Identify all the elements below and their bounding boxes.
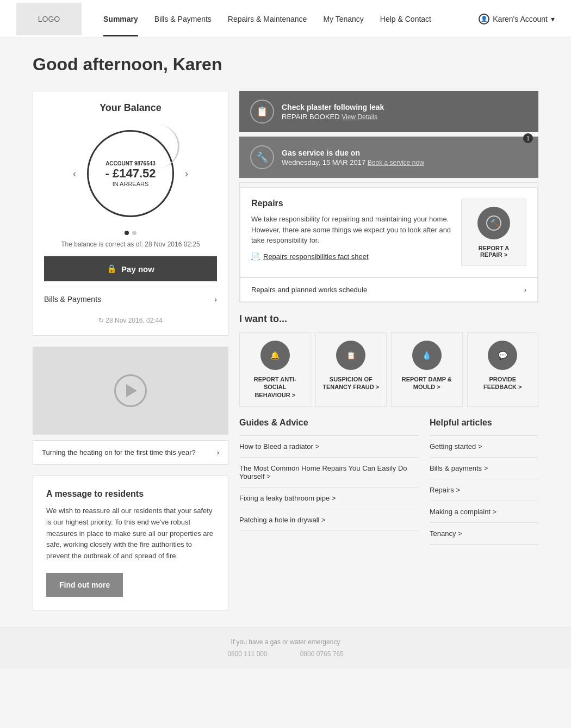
repair-status-title-2: Gas service is due on <box>282 149 424 157</box>
right-column: 📋 Check plaster following leak REPAIR BO… <box>239 91 538 610</box>
footer-numbers: 0800 111 000 0800 0765 765 <box>16 650 555 658</box>
dot-2 <box>132 231 136 235</box>
pay-now-button[interactable]: 🔒 Pay now <box>44 256 217 281</box>
balance-amount: - £147.52 <box>105 166 156 181</box>
i-want-feedback[interactable]: 💬 PROVIDE FEEDBACK > <box>467 332 539 407</box>
guides-col: Guides & Advice How to Bleed a radiator … <box>239 418 419 545</box>
repair-status-text-2: Gas service is due on Wednesday, 15 MAR … <box>282 149 424 166</box>
feedback-label: PROVIDE FEEDBACK > <box>473 375 533 391</box>
damp-mould-icon: 💧 <box>412 341 442 370</box>
dot-1 <box>125 231 129 235</box>
refresh-info: ↻ 28 Nov 2016, 02:44 <box>44 317 217 324</box>
repair-book-link[interactable]: Book a service now <box>368 159 424 166</box>
tenancy-fraud-icon: 📋 <box>336 341 365 370</box>
i-want-title: I want to... <box>239 313 538 325</box>
pay-label: Pay now <box>121 264 154 274</box>
balance-circle-area: ‹ ACCOUNT 9876543 - £147.52 IN ARREARS › <box>44 125 217 223</box>
guide-link-4[interactable]: Patching a hole in drywall > <box>239 509 419 531</box>
repairs-schedule-text: Repairs and planned works schedule <box>251 286 367 294</box>
i-want-tenancy-fraud[interactable]: 📋 SUSPICION OF TENANCY FRAUD > <box>315 332 387 407</box>
arrears-label: IN ARREARS <box>113 181 149 187</box>
tenancy-fraud-label: SUSPICION OF TENANCY FRAUD > <box>321 375 381 391</box>
guide-link-2[interactable]: The Most Common Home Repairs You Can Eas… <box>239 458 419 488</box>
helpful-title: Helpful articles <box>430 418 538 428</box>
left-column: Your Balance ‹ ACCOUNT 9876543 - £147.52… <box>33 91 228 610</box>
account-label: Karen's Account <box>493 15 548 23</box>
i-want-grid: 🔔 REPORT ANTI-SOCIAL BEHAVIOUR > 📋 SUSPI… <box>239 332 538 407</box>
document-icon: 📄 <box>251 252 260 261</box>
repairs-badge: 1 <box>523 133 533 143</box>
helpful-link-2[interactable]: Bills & payments > <box>430 458 538 479</box>
balance-prev-button[interactable]: ‹ <box>73 168 76 180</box>
nav-tenancy[interactable]: My Tenancy <box>323 2 363 36</box>
nav-bills[interactable]: Bills & Payments <box>154 2 212 36</box>
video-area[interactable] <box>33 347 228 434</box>
anti-social-icon: 🔔 <box>260 341 290 370</box>
repair-view-details-link[interactable]: View Details <box>342 113 377 121</box>
message-card: A message to residents We wish to reassu… <box>33 476 228 610</box>
repair-status-subtitle-2: Wednesday, 15 MAR 2017 <box>282 158 365 166</box>
message-text: We wish to reassure all our residents th… <box>46 505 215 562</box>
bills-link-text: Bills & Payments <box>44 295 101 304</box>
balance-card: Your Balance ‹ ACCOUNT 9876543 - £147.52… <box>33 91 228 336</box>
repairs-fact-link-text: Repairs responsibilities fact sheet <box>263 252 369 261</box>
report-repair-box[interactable]: 🔨 REPORT A REPAIR > <box>461 199 526 266</box>
footer-number-2: 0800 0765 765 <box>300 650 344 658</box>
repair-status-text-1: Check plaster following leak REPAIR BOOK… <box>282 103 384 121</box>
chevron-right-icon-2: › <box>217 448 219 456</box>
footer: If you have a gas or water emergency 080… <box>0 627 571 669</box>
report-repair-label: REPORT A REPAIR > <box>469 245 518 258</box>
guide-link-3[interactable]: Fixing a leaky bathroom pipe > <box>239 488 419 509</box>
account-menu[interactable]: 👤 Karen's Account ▾ <box>479 14 555 24</box>
helpful-link-3[interactable]: Repairs > <box>430 479 538 501</box>
repair-status-icon-2: 🔧 <box>250 145 274 169</box>
play-triangle-icon <box>126 384 137 397</box>
refresh-icon: ↻ <box>98 317 104 324</box>
account-icon: 👤 <box>479 14 489 24</box>
helpful-link-1[interactable]: Getting started > <box>430 435 538 458</box>
balance-circle: ACCOUNT 9876543 - £147.52 IN ARREARS <box>82 125 179 223</box>
guides-section: Guides & Advice How to Bleed a radiator … <box>239 418 538 545</box>
guide-link-1[interactable]: How to Bleed a radiator > <box>239 435 419 458</box>
repairs-text: Repairs We take responsibility for repai… <box>251 199 452 266</box>
bills-payments-link[interactable]: Bills & Payments › <box>44 287 217 311</box>
helpful-link-4[interactable]: Making a complaint > <box>430 501 538 523</box>
repairs-desc: We take responsibility for repairing and… <box>251 214 452 246</box>
chevron-down-icon: ▾ <box>551 15 555 23</box>
video-card <box>33 347 228 435</box>
i-want-anti-social[interactable]: 🔔 REPORT ANTI-SOCIAL BEHAVIOUR > <box>239 332 311 407</box>
nav-summary[interactable]: Summary <box>103 2 138 36</box>
helpful-link-5[interactable]: Tenancy > <box>430 523 538 545</box>
nav: Summary Bills & Payments Repairs & Maint… <box>103 2 479 36</box>
svg-text:🔨: 🔨 <box>490 219 500 228</box>
two-col-layout: Your Balance ‹ ACCOUNT 9876543 - £147.52… <box>33 91 538 610</box>
repairs-status-booked: 📋 Check plaster following leak REPAIR BO… <box>239 91 538 132</box>
heating-link-text: Turning the heating on for the first tim… <box>42 448 196 456</box>
feedback-icon: 💬 <box>488 341 517 370</box>
repairs-fact-link[interactable]: 📄 Repairs responsibilities fact sheet <box>251 252 452 261</box>
repairs-schedule-link[interactable]: Repairs and planned works schedule › <box>240 277 538 302</box>
repair-status-title-1: Check plaster following leak <box>282 103 384 112</box>
nav-repairs[interactable]: Repairs & Maintenance <box>228 2 307 36</box>
balance-dots <box>44 231 217 235</box>
play-button[interactable] <box>114 374 147 407</box>
chevron-right-icon-3: › <box>524 286 526 294</box>
lock-icon: 🔒 <box>107 264 117 274</box>
repairs-status-gas: 1 🔧 Gas service is due on Wednesday, 15 … <box>239 137 538 178</box>
logo: LOGO <box>16 3 82 35</box>
helpful-col: Helpful articles Getting started > Bills… <box>430 418 538 545</box>
i-want-damp-mould[interactable]: 💧 REPORT DAMP & MOULD > <box>391 332 463 407</box>
greeting: Good afternoon, Karen <box>33 54 538 75</box>
footer-emergency: If you have a gas or water emergency <box>16 638 555 646</box>
repairs-wrapper: Repairs We take responsibility for repai… <box>239 182 538 303</box>
damp-mould-label: REPORT DAMP & MOULD > <box>397 375 457 391</box>
balance-title: Your Balance <box>44 102 217 114</box>
balance-next-button[interactable]: › <box>185 168 188 180</box>
repair-status-badge-text: REPAIR BOOKED <box>282 113 340 121</box>
refresh-date: 28 Nov 2016, 02:44 <box>105 317 163 324</box>
nav-help[interactable]: Help & Contact <box>380 2 431 36</box>
arc-indicator <box>158 125 179 168</box>
heating-link[interactable]: Turning the heating on for the first tim… <box>33 440 228 465</box>
find-out-more-button[interactable]: Find out more <box>46 573 123 597</box>
repair-icon-circle: 🔨 <box>477 207 510 239</box>
